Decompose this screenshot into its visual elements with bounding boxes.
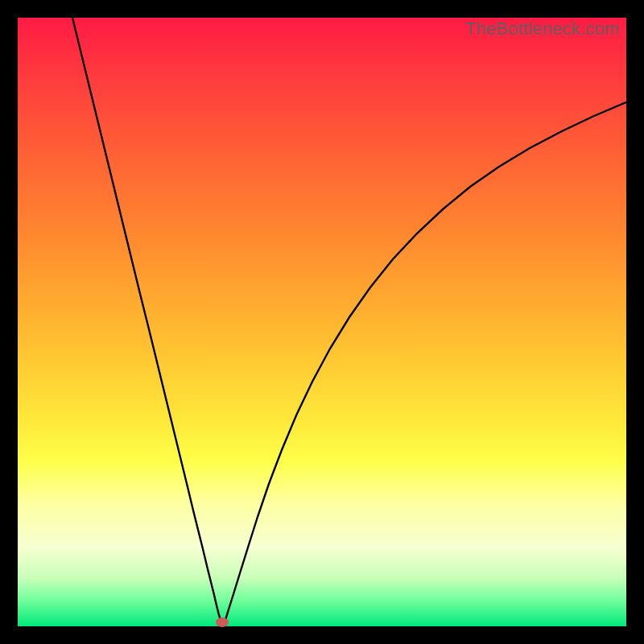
plot-area: TheBottleneck.com (18, 18, 626, 626)
curve-path (72, 18, 626, 623)
optimal-point-marker (216, 617, 229, 627)
bottleneck-curve (18, 18, 626, 626)
chart-frame: TheBottleneck.com (0, 0, 644, 644)
